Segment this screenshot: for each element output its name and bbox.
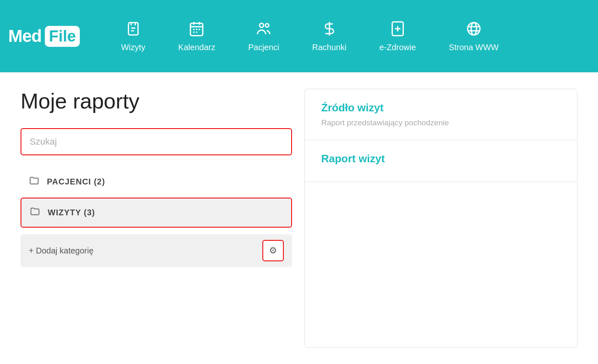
nav-icon-5 [466, 21, 482, 39]
report-item-1[interactable]: Raport wizyt [305, 140, 577, 182]
settings-button[interactable]: ⚙ [262, 240, 284, 261]
category-item-1[interactable]: WIZYTY (3) [21, 198, 292, 228]
nav-item-pacjenci[interactable]: Pacjenci [232, 21, 296, 52]
svg-point-15 [265, 23, 269, 27]
svg-point-21 [471, 23, 476, 35]
nav-icon-1 [188, 21, 205, 39]
left-panel: Moje raporty PACJENCI (2)WIZYTY (3) + Do… [21, 89, 292, 348]
folder-icon [30, 206, 40, 219]
nav-icon-2 [255, 21, 272, 39]
nav-item-kalendarz[interactable]: Kalendarz [162, 21, 232, 52]
logo-med: Med [8, 26, 42, 46]
nav-label-2: Pacjenci [248, 43, 279, 52]
nav-item-strona www[interactable]: Strona WWW [432, 21, 515, 52]
nav-label-5: Strona WWW [449, 43, 498, 52]
svg-rect-0 [128, 23, 138, 35]
navbar: Med File WizytyKalendarzPacjenciRachunki… [0, 0, 598, 72]
nav-item-rachunki[interactable]: Rachunki [296, 21, 363, 52]
main-content: Moje raporty PACJENCI (2)WIZYTY (3) + Do… [0, 72, 598, 364]
svg-point-20 [468, 23, 480, 35]
nav-icon-0 [125, 21, 141, 39]
category-label-1: WIZYTY (3) [48, 208, 95, 217]
logo-file-text: File [49, 28, 76, 45]
report-title-0: Źródło wizyt [321, 101, 561, 114]
report-item-0[interactable]: Źródło wizytRaport przedstawiający pocho… [305, 89, 577, 140]
logo[interactable]: Med File [8, 26, 80, 47]
nav-icon-3 [321, 21, 338, 39]
add-category-label: + Dodaj kategorię [29, 246, 93, 256]
footer-bar: + Dodaj kategorię ⚙ [21, 234, 292, 267]
settings-icon: ⚙ [269, 245, 277, 256]
nav-item-wizyty[interactable]: Wizyty [104, 21, 162, 52]
category-list: PACJENCI (2)WIZYTY (3) [21, 168, 292, 228]
folder-icon [29, 175, 39, 189]
nav-label-3: Rachunki [312, 43, 346, 52]
search-input[interactable] [21, 128, 292, 155]
nav-item-e-zdrowie[interactable]: e-Zdrowie [363, 21, 432, 52]
report-desc-0: Raport przedstawiający pochodzenie [321, 118, 561, 127]
right-panel: Źródło wizytRaport przedstawiający pocho… [304, 89, 577, 348]
nav-label-0: Wizyty [121, 43, 145, 52]
logo-file-box: File [45, 26, 80, 47]
category-item-0[interactable]: PACJENCI (2) [21, 168, 292, 196]
svg-point-14 [260, 23, 264, 27]
category-label-0: PACJENCI (2) [47, 177, 105, 187]
add-category-button[interactable]: + Dodaj kategorię [29, 246, 258, 256]
page-title: Moje raporty [21, 89, 292, 113]
nav-label-4: e-Zdrowie [379, 43, 416, 52]
nav-icon-4 [389, 21, 406, 39]
nav-items: WizytyKalendarzPacjenciRachunkie-Zdrowie… [104, 21, 590, 52]
nav-label-1: Kalendarz [178, 43, 215, 52]
report-title-1: Raport wizyt [321, 152, 561, 165]
